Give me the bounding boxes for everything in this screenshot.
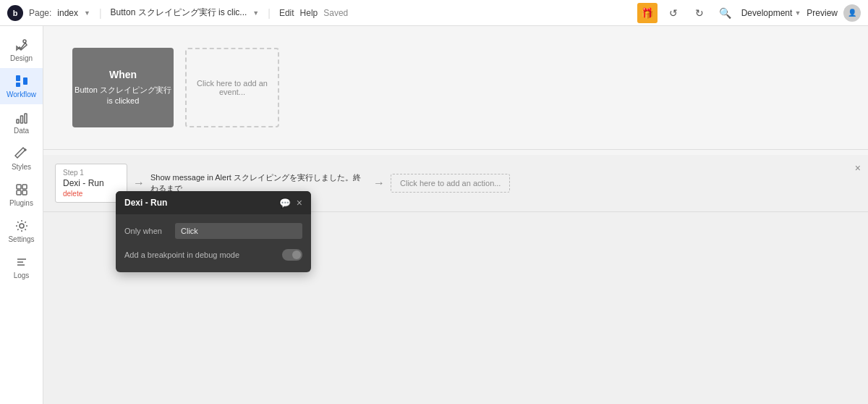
step1-delete[interactable]: delete (63, 190, 119, 198)
arrow1-icon: → (133, 177, 145, 190)
gift-icon-btn[interactable]: 🎁 (637, 3, 658, 23)
saved-status: Saved (323, 8, 348, 18)
svg-rect-3 (23, 77, 27, 85)
plugins-icon (14, 182, 29, 197)
step1-label: Step 1 (63, 169, 119, 177)
settings-icon (14, 219, 29, 233)
data-icon (14, 110, 29, 125)
trigger-block[interactable]: When Button スクレイピング実行 is clicked (72, 48, 174, 127)
add-event-label: Click here to add an event... (194, 79, 271, 96)
search-button[interactable]: 🔍 (715, 3, 736, 23)
redo-button[interactable]: ↻ (689, 3, 710, 23)
only-when-label: Only when (124, 227, 168, 235)
undo-icon: ↺ (669, 7, 678, 19)
svg-rect-6 (25, 114, 27, 123)
popup-title: Dexi - Run (124, 198, 167, 208)
svg-rect-4 (17, 119, 19, 123)
preview-button[interactable]: Preview (807, 8, 838, 18)
canvas-divider (43, 149, 868, 150)
help-button[interactable]: Help (300, 8, 318, 18)
main-layout: Design Workflow Data Styles (0, 26, 868, 404)
sidebar-label-design: Design (10, 54, 33, 62)
popup-close-icon[interactable]: × (297, 197, 302, 209)
logo[interactable]: b (7, 5, 23, 21)
avatar-icon: 👤 (848, 9, 856, 17)
styles-icon (14, 146, 29, 161)
sidebar-item-styles[interactable]: Styles (0, 140, 43, 177)
step1-name: Dexi - Run (63, 178, 119, 188)
sidebar-label-data: Data (14, 127, 29, 135)
popup-header-icons: 💬 × (279, 197, 302, 209)
add-action-button[interactable]: Click here to add an action... (391, 174, 510, 193)
add-event-block[interactable]: Click here to add an event... (185, 48, 279, 127)
when-label: When (109, 69, 137, 80)
svg-rect-10 (22, 190, 27, 195)
sidebar-label-plugins: Plugins (9, 199, 33, 207)
sidebar-item-workflow[interactable]: Workflow (0, 68, 43, 104)
svg-point-0 (23, 40, 26, 43)
sidebar-label-settings: Settings (8, 235, 34, 243)
edit-button[interactable]: Edit (279, 8, 294, 18)
popup-only-when-field: Only when (124, 223, 302, 239)
svg-rect-7 (17, 185, 21, 189)
deploy-arrow-icon: ▼ (794, 9, 801, 17)
workflow-dropdown-arrow[interactable]: ▼ (252, 9, 259, 17)
avatar[interactable]: 👤 (843, 4, 861, 22)
page-label: Page: (29, 8, 51, 18)
page-name[interactable]: index (57, 8, 78, 18)
trigger-area: When Button スクレイピング実行 is clicked Click h… (51, 33, 301, 142)
action-close-icon[interactable]: × (855, 162, 861, 174)
popup-comment-icon[interactable]: 💬 (279, 198, 291, 209)
logs-icon (14, 255, 29, 269)
undo-button[interactable]: ↺ (663, 3, 684, 23)
popup-breakpoint-row: Add a breakpoint in debug mode (124, 246, 302, 264)
sidebar-label-styles: Styles (12, 163, 31, 171)
only-when-input[interactable] (175, 223, 302, 239)
deploy-dropdown[interactable]: Development ▼ (741, 8, 801, 18)
gift-icon: 🎁 (641, 7, 653, 19)
sidebar-item-design[interactable]: Design (0, 32, 43, 68)
popup-header: Dexi - Run 💬 × (116, 191, 311, 214)
popup-body: Only when Add a breakpoint in debug mode (116, 214, 311, 272)
breakpoint-toggle[interactable] (282, 249, 302, 261)
trigger-description: Button スクレイピング実行 is clicked (72, 85, 174, 107)
svg-rect-8 (22, 185, 27, 189)
breakpoint-label: Add a breakpoint in debug mode (124, 251, 239, 259)
search-icon: 🔍 (719, 7, 731, 19)
svg-rect-2 (16, 83, 20, 87)
svg-rect-9 (17, 190, 21, 195)
svg-point-11 (20, 224, 24, 228)
sidebar-item-plugins[interactable]: Plugins (0, 177, 43, 213)
sidebar-label-logs: Logs (14, 272, 30, 279)
sidebar-label-workflow: Workflow (7, 91, 36, 98)
sidebar-item-data[interactable]: Data (0, 104, 43, 140)
sidebar-item-settings[interactable]: Settings (0, 213, 43, 249)
popup-card: Dexi - Run 💬 × Only when Add a breakpoin… (116, 191, 311, 272)
redo-icon: ↻ (695, 7, 704, 19)
canvas: When Button スクレイピング実行 is clicked Click h… (43, 26, 868, 404)
sidebar-item-logs[interactable]: Logs (0, 249, 43, 285)
topbar: b Page: index ▼ | Button スクレイピング実行 is cl… (0, 0, 868, 26)
sidebar: Design Workflow Data Styles (0, 26, 43, 404)
workflow-title[interactable]: Button スクレイピング実行 is clic... (111, 7, 247, 19)
svg-rect-5 (20, 116, 22, 123)
arrow2-icon: → (373, 177, 385, 190)
design-icon (14, 38, 29, 52)
topbar-right: 🎁 ↺ ↻ 🔍 Development ▼ Preview 👤 (637, 3, 861, 23)
workflow-icon (14, 74, 29, 88)
page-dropdown-arrow[interactable]: ▼ (84, 9, 90, 17)
svg-rect-1 (16, 75, 20, 81)
